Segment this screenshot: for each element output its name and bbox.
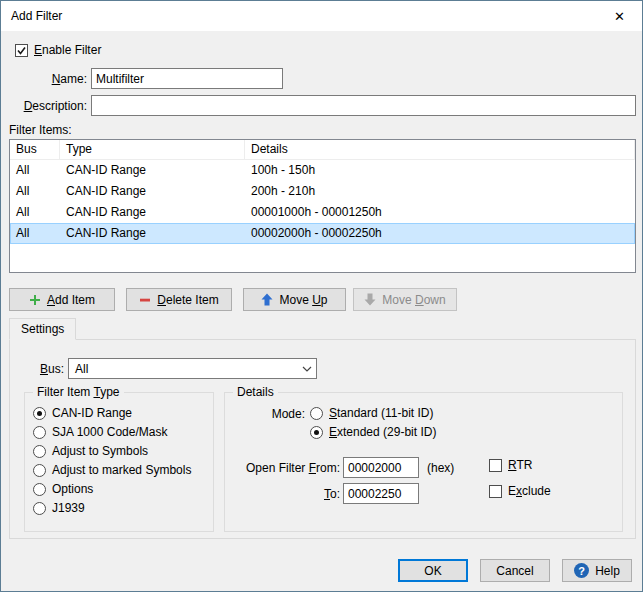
filter-item-type-group: Filter Item Type CAN-ID Range SJA 1000 C… (24, 392, 214, 532)
radio-icon (33, 502, 46, 515)
radio-selected-icon (33, 407, 46, 420)
filter-item-row-selected[interactable]: All CAN-ID Range 00002000h - 00002250h (10, 223, 635, 244)
cell-details: 00001000h - 00001250h (245, 202, 635, 223)
move-up-button[interactable]: Move Up (243, 288, 346, 311)
radio-j1939[interactable]: J1939 (33, 500, 85, 516)
radio-icon (33, 483, 46, 496)
name-label: Name: (15, 72, 87, 86)
radio-label: J1939 (52, 501, 85, 515)
radio-label: SJA 1000 Code/Mask (52, 425, 167, 439)
cell-details: 00002000h - 00002250h (245, 223, 635, 244)
delete-item-button[interactable]: Delete Item (126, 288, 232, 311)
description-label: Description: (15, 99, 87, 113)
column-header-details[interactable]: Details (245, 140, 635, 159)
cancel-label: Cancel (496, 564, 533, 578)
enable-filter-checkbox[interactable]: Enable Filter (15, 42, 101, 58)
checkbox-unchecked-icon (489, 459, 502, 472)
cell-type: CAN-ID Range (60, 223, 245, 244)
radio-can-id-range[interactable]: CAN-ID Range (33, 405, 132, 421)
tab-settings[interactable]: Settings (9, 318, 76, 340)
radio-icon (33, 426, 46, 439)
plus-icon (29, 294, 41, 306)
arrow-down-icon (364, 293, 376, 306)
checkbox-checked-icon (15, 44, 28, 57)
details-group-title: Details (233, 385, 278, 399)
add-filter-dialog: Add Filter ✕ Enable Filter Name: Descrip… (0, 0, 643, 592)
help-button[interactable]: ? Help (562, 559, 632, 582)
mode-label: Mode: (225, 407, 305, 421)
close-button[interactable]: ✕ (597, 1, 642, 31)
ok-label: OK (424, 564, 441, 578)
settings-pane: Bus: All Filter Item Type CAN-ID Range S… (9, 339, 636, 539)
filter-item-row[interactable]: All CAN-ID Range 200h - 210h (10, 181, 635, 202)
radio-standard-11bit[interactable]: Standard (11-bit ID) (310, 405, 434, 421)
list-header: Bus Type Details (10, 140, 635, 160)
cell-type: CAN-ID Range (60, 160, 245, 181)
radio-label: Options (52, 482, 93, 496)
filter-item-row[interactable]: All CAN-ID Range 100h - 150h (10, 160, 635, 181)
radio-extended-29bit[interactable]: Extended (29-bit ID) (310, 424, 436, 440)
radio-adjust-to-marked-symbols[interactable]: Adjust to marked Symbols (33, 462, 191, 478)
radio-icon (33, 445, 46, 458)
rtr-label: RTR (508, 458, 532, 472)
radio-adjust-to-symbols[interactable]: Adjust to Symbols (33, 443, 148, 459)
cell-bus: All (10, 160, 60, 181)
radio-sja1000-code-mask[interactable]: SJA 1000 Code/Mask (33, 424, 167, 440)
cell-details: 200h - 210h (245, 181, 635, 202)
add-item-button[interactable]: Add Item (9, 288, 115, 311)
window-title: Add Filter (1, 9, 62, 23)
to-label: To: (225, 487, 340, 501)
filter-items-label: Filter Items: (9, 123, 72, 137)
move-up-label: Move Up (279, 293, 327, 307)
add-item-label: Add Item (47, 293, 95, 307)
titlebar: Add Filter ✕ (1, 1, 642, 31)
move-down-button: Move Down (353, 288, 457, 311)
cell-type: CAN-ID Range (60, 202, 245, 223)
cell-bus: All (10, 223, 60, 244)
details-group: Details Mode: Standard (11-bit ID) Exten… (224, 392, 623, 532)
cell-bus: All (10, 181, 60, 202)
cell-type: CAN-ID Range (60, 181, 245, 202)
description-input[interactable] (91, 95, 636, 116)
name-input[interactable] (91, 68, 283, 89)
delete-item-label: Delete Item (157, 293, 218, 307)
column-header-bus[interactable]: Bus (10, 140, 60, 159)
radio-label: Extended (29-bit ID) (329, 425, 436, 439)
bus-combobox-value: All (69, 362, 297, 376)
radio-label: Adjust to Symbols (52, 444, 148, 458)
radio-label: Standard (11-bit ID) (329, 406, 434, 420)
cell-bus: All (10, 202, 60, 223)
close-icon: ✕ (614, 9, 625, 24)
enable-filter-label: Enable Filter (34, 43, 101, 57)
to-input[interactable] (343, 483, 419, 504)
radio-selected-icon (310, 426, 323, 439)
exclude-checkbox[interactable]: Exclude (489, 483, 551, 499)
ok-button[interactable]: OK (398, 559, 468, 582)
radio-icon (33, 464, 46, 477)
cancel-button[interactable]: Cancel (480, 559, 550, 582)
open-filter-from-input[interactable] (343, 457, 419, 478)
filter-item-row[interactable]: All CAN-ID Range 00001000h - 00001250h (10, 202, 635, 223)
move-down-label: Move Down (382, 293, 445, 307)
tab-settings-label: Settings (21, 322, 64, 336)
open-filter-from-label: Open Filter From: (225, 461, 340, 475)
rtr-checkbox[interactable]: RTR (489, 457, 532, 473)
radio-icon (310, 407, 323, 420)
chevron-down-icon (297, 366, 316, 372)
filter-items-list: Bus Type Details All CAN-ID Range 100h -… (9, 139, 636, 273)
cell-details: 100h - 150h (245, 160, 635, 181)
filter-item-type-group-title: Filter Item Type (33, 385, 124, 399)
help-label: Help (595, 564, 620, 578)
column-header-type[interactable]: Type (60, 140, 245, 159)
radio-label: CAN-ID Range (52, 406, 132, 420)
checkbox-unchecked-icon (489, 485, 502, 498)
help-icon: ? (574, 563, 589, 578)
arrow-up-icon (261, 293, 273, 306)
hex-note: (hex) (427, 461, 454, 475)
minus-icon (139, 294, 151, 306)
bus-combobox[interactable]: All (68, 358, 317, 379)
bus-label: Bus: (24, 362, 64, 376)
radio-options[interactable]: Options (33, 481, 93, 497)
exclude-label: Exclude (508, 484, 551, 498)
checkmark-icon (16, 45, 27, 56)
